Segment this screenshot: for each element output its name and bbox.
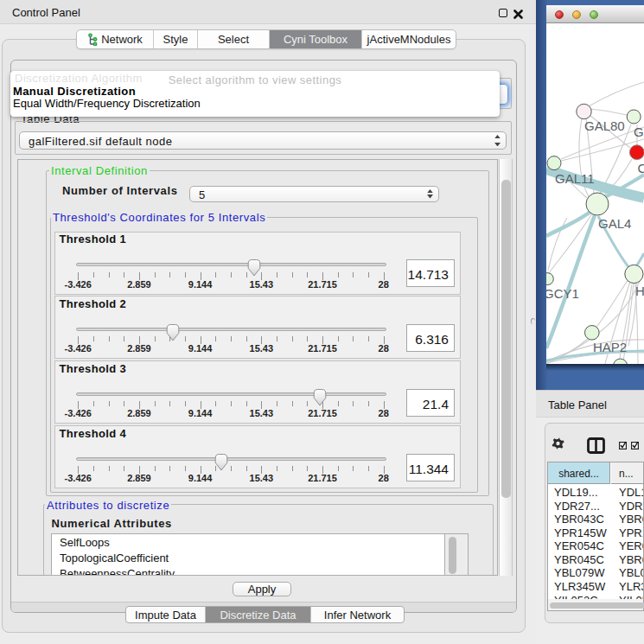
svg-text:GAL80: GAL80	[584, 118, 625, 133]
svg-text:GAL11: GAL11	[555, 171, 595, 186]
svg-text:GCY1: GCY1	[546, 286, 579, 301]
svg-text:HAP2: HAP2	[593, 340, 627, 354]
svg-text:C: C	[638, 161, 644, 175]
svg-text:GAL4: GAL4	[598, 216, 631, 231]
svg-text:H: H	[635, 284, 644, 298]
svg-text:GA: GA	[634, 124, 644, 139]
